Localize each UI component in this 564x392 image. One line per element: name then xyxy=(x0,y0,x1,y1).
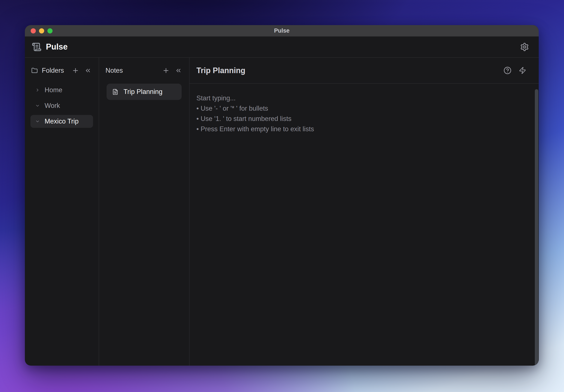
folder-label: Work xyxy=(45,102,60,110)
file-text-icon xyxy=(112,89,118,95)
main-row: Folders xyxy=(25,58,539,366)
content-header: Trip Planning xyxy=(190,58,539,84)
content-panel: Trip Planning St xyxy=(190,58,539,366)
close-button[interactable] xyxy=(31,28,36,33)
note-editor[interactable]: Start typing... • Use '- ' or '* ' for b… xyxy=(190,84,539,366)
chevron-down-icon[interactable] xyxy=(35,119,40,124)
note-title: Trip Planning xyxy=(197,66,245,75)
add-note-button[interactable] xyxy=(161,66,171,75)
notes-panel-header: Notes xyxy=(99,58,189,83)
gear-icon xyxy=(520,42,529,52)
notes-panel-title: Notes xyxy=(106,67,123,74)
settings-button[interactable] xyxy=(520,42,529,52)
editor-placeholder-line: Start typing... xyxy=(197,93,526,103)
app-header: Pulse xyxy=(25,36,539,58)
add-folder-button[interactable] xyxy=(71,66,80,75)
help-button[interactable] xyxy=(503,66,512,75)
chevron-down-icon[interactable] xyxy=(35,103,40,108)
collapse-folders-button[interactable] xyxy=(83,66,93,75)
folder-item-mexico-trip[interactable]: Mexico Trip xyxy=(30,115,93,128)
chevron-right-icon[interactable] xyxy=(35,88,40,92)
quick-actions-button[interactable] xyxy=(518,66,527,75)
folder-item-home[interactable]: Home xyxy=(30,84,93,97)
chevrons-left-icon xyxy=(85,67,91,74)
plus-icon xyxy=(72,67,79,74)
folders-panel: Folders xyxy=(25,58,99,366)
scroll-text-icon xyxy=(32,42,42,52)
note-label: Trip Planning xyxy=(124,88,163,96)
titlebar[interactable]: Pulse xyxy=(25,25,539,36)
editor-placeholder-line: • Use '- ' or '* ' for bullets xyxy=(197,103,526,114)
note-list: Trip Planning xyxy=(99,83,189,100)
traffic-lights xyxy=(31,25,53,36)
notes-panel: Notes xyxy=(99,58,190,366)
app-name: Pulse xyxy=(46,42,68,52)
folder-label: Mexico Trip xyxy=(45,117,79,125)
folder-label: Home xyxy=(45,86,62,94)
folder-item-work[interactable]: Work xyxy=(30,99,93,112)
app-window: Pulse Pulse xyxy=(25,25,539,366)
folders-panel-title: Folders xyxy=(42,67,64,74)
chevrons-left-icon xyxy=(175,67,182,74)
folder-list: Home Work Mexico Trip xyxy=(25,83,99,131)
zoom-button[interactable] xyxy=(47,28,53,33)
minimize-button[interactable] xyxy=(39,28,44,33)
scrollbar[interactable] xyxy=(535,89,538,366)
help-circle-icon xyxy=(504,67,511,74)
collapse-notes-button[interactable] xyxy=(174,66,183,75)
folders-panel-header: Folders xyxy=(25,58,99,83)
window-title: Pulse xyxy=(274,28,290,34)
folder-icon xyxy=(31,67,38,74)
note-item-trip-planning[interactable]: Trip Planning xyxy=(107,84,182,100)
editor-placeholder-line: • Use '1. ' to start numbered lists xyxy=(197,114,526,124)
editor-placeholder-line: • Press Enter with empty line to exit li… xyxy=(197,124,526,134)
zap-icon xyxy=(519,67,526,74)
plus-icon xyxy=(162,67,170,74)
